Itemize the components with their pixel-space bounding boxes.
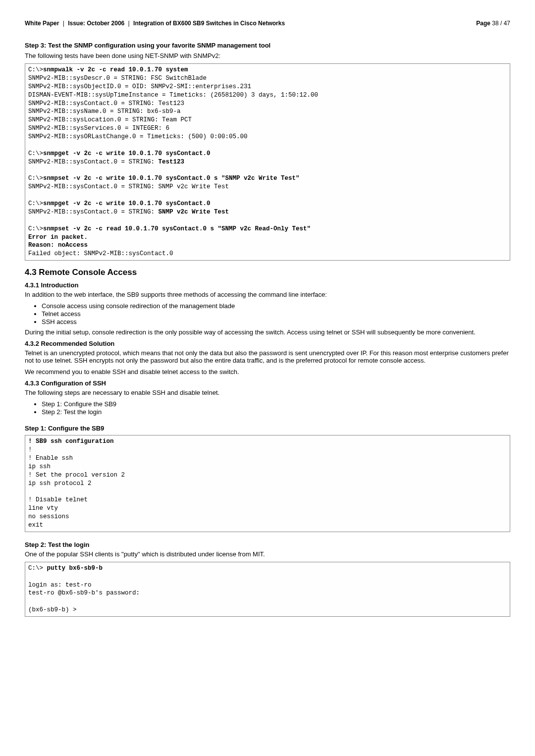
- header-left: White Paper | Issue: October 2006 | Inte…: [25, 20, 285, 27]
- cfg-line: no sessions: [28, 513, 69, 520]
- prompt: C:\>: [28, 565, 47, 572]
- reason-line: Reason: noAccess: [28, 242, 88, 249]
- error-line: Error in packet.: [28, 234, 88, 241]
- output: SNMPv2-MIB::sysContact.0 = STRING: SNMP …: [28, 183, 229, 190]
- header-right: Page 38 / 47: [476, 20, 510, 27]
- cfg-line: line vty: [28, 505, 58, 512]
- cfg-line: ! Disable telnet: [28, 496, 88, 503]
- prompt: C:\>: [28, 225, 43, 232]
- failed-object: Failed object: SNMPv2-MIB::sysContact.0: [28, 250, 173, 257]
- step2-heading: Step 2: Test the login: [25, 541, 510, 548]
- putty-login-codebox: C:\> putty bx6-sb9-b login as: test-ro t…: [25, 562, 510, 617]
- cmd-snmpset: snmpset -v 2c -c write 10.0.1.70 sysCont…: [43, 175, 300, 182]
- snmp-test-codebox: C:\>snmpwalk -v 2c -c read 10.0.1.70 sys…: [25, 63, 510, 261]
- cfg-title: ! SB9 ssh configuration: [28, 438, 114, 445]
- prompt: C:\>: [28, 175, 43, 182]
- s431-bullets: Console access using console redirection…: [42, 302, 510, 325]
- s431-para: In addition to the web interface, the SB…: [25, 291, 510, 298]
- page-label: Page: [476, 20, 490, 27]
- cmd-snmpset-ro: snmpset -v 2c -c read 10.0.1.70 sysConta…: [43, 225, 311, 232]
- prompt: C:\>: [28, 150, 43, 157]
- bullet-ssh: SSH access: [42, 318, 510, 325]
- cmd-putty: putty bx6-sb9-b: [47, 565, 103, 572]
- step2-intro: One of the popular SSH clients is "putty…: [25, 550, 510, 558]
- step3-heading: Step 3: Test the SNMP configuration usin…: [25, 42, 510, 49]
- section-4-3-heading: 4.3 Remote Console Access: [25, 268, 510, 277]
- output: SNMPv2-MIB::sysContact.0 = STRING:: [28, 159, 159, 165]
- cfg-line: ! Enable ssh: [28, 455, 73, 462]
- output: SNMPv2-MIB::sysLocation.0 = STRING: Team…: [28, 116, 192, 123]
- bullet-step1: Step 1: Configure the SB9: [42, 400, 510, 408]
- step3-intro: The following tests have been done using…: [25, 52, 510, 59]
- issue-label: Issue: October 2006: [68, 20, 124, 27]
- separator: |: [63, 20, 64, 27]
- cfg-line: ip ssh protocol 2: [28, 480, 92, 487]
- section-4-3-3-heading: 4.3.3 Configuration of SSH: [25, 379, 510, 387]
- section-4-3-2-heading: 4.3.2 Recommended Solution: [25, 340, 510, 347]
- prompt: C:\>: [28, 200, 43, 207]
- output-bold: SNMP v2c Write Test: [159, 209, 229, 216]
- output: SNMPv2-MIB::sysName.0 = STRING: bx6-sb9-…: [28, 108, 181, 115]
- shell-prompt: (bx6-sb9-b) >: [28, 606, 77, 613]
- output: SNMPv2-MIB::sysServices.0 = INTEGER: 6: [28, 125, 169, 132]
- cmd-snmpget: snmpget -v 2c -c write 10.0.1.70 sysCont…: [43, 150, 211, 157]
- page-header: White Paper | Issue: October 2006 | Inte…: [25, 20, 510, 27]
- cmd-snmpget2: snmpget -v 2c -c write 10.0.1.70 sysCont…: [43, 200, 211, 207]
- s431-para2: During the initial setup, console redire…: [25, 328, 510, 336]
- cfg-line: !: [28, 446, 32, 453]
- output: SNMPv2-MIB::sysDescr.0 = STRING: FSC Swi…: [28, 75, 207, 82]
- s433-para: The following steps are necessary to ena…: [25, 389, 510, 396]
- output: SNMPv2-MIB::sysContact.0 = STRING: Test1…: [28, 100, 184, 107]
- login-line: login as: test-ro: [28, 582, 92, 589]
- cfg-line: ip ssh: [28, 463, 51, 470]
- s433-bullets: Step 1: Configure the SB9 Step 2: Test t…: [42, 400, 510, 416]
- separator: |: [128, 20, 130, 27]
- doc-title: Integration of BX600 SB9 Switches in Cis…: [133, 20, 285, 27]
- output: DISMAN-EVENT-MIB::sysUpTimeInstance = Ti…: [28, 92, 318, 99]
- page-value: 38 / 47: [492, 20, 510, 27]
- password-line: test-ro @bx6-sb9-b's password:: [28, 590, 140, 596]
- step1-heading: Step 1: Configure the SB9: [25, 425, 510, 432]
- output: SNMPv2-MIB::sysObjectID.0 = OID: SNMPv2-…: [28, 83, 251, 90]
- bullet-step2: Step 2: Test the login: [42, 408, 510, 416]
- cmd-snmpwalk: snmpwalk -v 2c -c read 10.0.1.70 system: [43, 66, 188, 73]
- output-bold: Test123: [159, 159, 185, 165]
- sb9-config-codebox: ! SB9 ssh configuration ! ! Enable ssh i…: [25, 435, 510, 532]
- cfg-line: ! Set the procol version 2: [28, 472, 125, 479]
- cfg-line: exit: [28, 522, 43, 529]
- output: SNMPv2-MIB::sysORLastChange.0 = Timetick…: [28, 133, 248, 140]
- bullet-console: Console access using console redirection…: [42, 302, 510, 310]
- s432-para2: We recommend you to enable SSH and disab…: [25, 368, 510, 376]
- bullet-telnet: Telnet access: [42, 310, 510, 318]
- s432-para1: Telnet is an unencrypted protocol, which…: [25, 349, 510, 364]
- white-paper-label: White Paper: [25, 20, 59, 27]
- output: SNMPv2-MIB::sysContact.0 = STRING:: [28, 209, 159, 216]
- section-4-3-1-heading: 4.3.1 Introduction: [25, 281, 510, 289]
- prompt: C:\>: [28, 66, 43, 73]
